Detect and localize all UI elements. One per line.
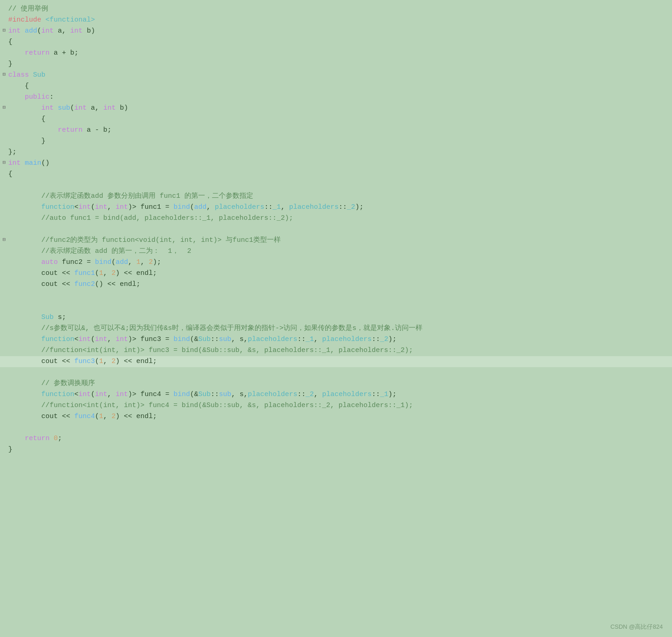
fold-gutter[interactable] [0, 15, 8, 16]
code-content: function<int(int, int)> func4 = bind(&Su… [8, 389, 665, 400]
fold-gutter[interactable] [0, 169, 8, 170]
code-line: return 0; [0, 433, 672, 444]
code-line: function<int(int, int)> func4 = bind(&Su… [0, 389, 672, 400]
code-content: { [8, 37, 665, 47]
code-content [8, 180, 665, 190]
fold-gutter[interactable] [0, 268, 8, 269]
fold-gutter[interactable] [0, 411, 8, 412]
code-line [0, 367, 672, 378]
fold-gutter[interactable] [0, 422, 8, 423]
code-content: int add(int a, int b) [8, 26, 665, 36]
fold-gutter[interactable]: ⊟ [0, 103, 8, 112]
code-content: cout << func4(1, 2) << endl; [8, 411, 665, 422]
fold-gutter[interactable]: ⊟ [0, 26, 8, 34]
fold-gutter[interactable] [0, 59, 8, 60]
fold-gutter[interactable] [0, 114, 8, 115]
code-content: cout << func1(1, 2) << endl; [8, 268, 665, 279]
fold-gutter[interactable] [0, 125, 8, 126]
fold-gutter[interactable] [0, 444, 8, 445]
code-line: function<int(int, int)> func1 = bind(add… [0, 202, 672, 213]
code-content: int sub(int a, int b) [8, 103, 665, 113]
code-content: auto func2 = bind(add, 1, 2); [8, 257, 665, 268]
code-content: #include <functional> [8, 15, 665, 25]
code-line: ⊟ int add(int a, int b) [0, 26, 672, 37]
fold-gutter[interactable] [0, 136, 8, 137]
fold-gutter[interactable] [0, 202, 8, 203]
fold-gutter[interactable] [0, 290, 8, 291]
fold-gutter[interactable] [0, 92, 8, 93]
fold-gutter[interactable] [0, 334, 8, 335]
code-content [8, 224, 665, 235]
fold-gutter[interactable] [0, 191, 8, 192]
code-content: return 0; [8, 433, 665, 444]
fold-gutter[interactable] [0, 389, 8, 390]
fold-gutter[interactable] [0, 367, 8, 368]
fold-gutter[interactable] [0, 356, 8, 357]
code-line: #include <functional> [0, 15, 672, 26]
fold-gutter[interactable] [0, 224, 8, 225]
fold-gutter[interactable] [0, 301, 8, 302]
code-content: { [8, 169, 665, 179]
code-line: { [0, 81, 672, 92]
fold-gutter[interactable] [0, 37, 8, 38]
code-line: cout << func2() << endl; [0, 279, 672, 290]
code-content: //func2的类型为 function<void(int, int, int)… [8, 235, 665, 246]
code-content: // 使用举例 [8, 4, 665, 14]
code-line [0, 224, 672, 235]
code-content [8, 367, 665, 378]
code-line: { [0, 169, 672, 180]
fold-gutter[interactable] [0, 279, 8, 280]
code-content: cout << func2() << endl; [8, 279, 665, 290]
code-line: //表示绑定函数add 参数分别由调用 func1 的第一，二个参数指定 [0, 191, 672, 202]
fold-gutter[interactable] [0, 433, 8, 434]
fold-gutter[interactable] [0, 246, 8, 247]
code-content: //function<int(int, int)> func4 = bind(&… [8, 400, 665, 411]
fold-gutter[interactable] [0, 4, 8, 5]
code-content: public: [8, 92, 665, 102]
code-content: { [8, 81, 665, 91]
fold-gutter[interactable] [0, 147, 8, 148]
code-content [8, 301, 665, 312]
fold-gutter[interactable] [0, 180, 8, 181]
fold-gutter[interactable] [0, 345, 8, 346]
code-line: function<int(int, int)> func3 = bind(&Su… [0, 334, 672, 345]
code-content [8, 290, 665, 301]
code-line: cout << func1(1, 2) << endl; [0, 268, 672, 279]
code-content: return a + b; [8, 48, 665, 58]
code-content: class Sub [8, 70, 665, 80]
code-content: function<int(int, int)> func3 = bind(&Su… [8, 334, 665, 345]
fold-gutter[interactable]: ⊟ [0, 158, 8, 167]
code-line: //auto func1 = bind(add, placeholders::_… [0, 213, 672, 224]
code-line: public: [0, 92, 672, 103]
code-content: function<int(int, int)> func1 = bind(add… [8, 202, 665, 212]
code-line: }; [0, 147, 672, 158]
code-line: // 参数调换顺序 [0, 378, 672, 389]
code-content: return a - b; [8, 125, 665, 135]
code-line: ⊟ int sub(int a, int b) [0, 103, 672, 114]
fold-gutter[interactable] [0, 400, 8, 401]
watermark: CSDN @高比仔824 [611, 622, 663, 631]
code-line: //function<int(int, int)> func4 = bind(&… [0, 400, 672, 411]
code-line: //s参数可以&, 也可以不&;因为我们传&s时，编译器会类似于用对象的指针->… [0, 323, 672, 334]
fold-gutter[interactable] [0, 378, 8, 379]
fold-gutter[interactable]: ⊟ [0, 70, 8, 78]
fold-gutter[interactable] [0, 81, 8, 82]
fold-gutter[interactable] [0, 312, 8, 313]
fold-gutter[interactable] [0, 213, 8, 214]
code-line: Sub s; [0, 312, 672, 323]
code-content: //s参数可以&, 也可以不&;因为我们传&s时，编译器会类似于用对象的指针->… [8, 323, 665, 334]
code-line: return a + b; [0, 48, 672, 59]
code-content: //auto func1 = bind(add, placeholders::_… [8, 213, 665, 224]
code-content: // 参数调换顺序 [8, 378, 665, 389]
code-line: ⊟ //func2的类型为 function<void(int, int, in… [0, 235, 672, 246]
code-line: } [0, 444, 672, 455]
code-line [0, 180, 672, 191]
code-content: //function<int(int, int)> func3 = bind(&… [8, 345, 665, 356]
fold-gutter[interactable]: ⊟ [0, 235, 8, 244]
fold-gutter[interactable] [0, 323, 8, 324]
code-line: } [0, 136, 672, 147]
fold-gutter[interactable] [0, 48, 8, 49]
code-line [0, 290, 672, 301]
code-line: } [0, 59, 672, 70]
fold-gutter[interactable] [0, 257, 8, 258]
